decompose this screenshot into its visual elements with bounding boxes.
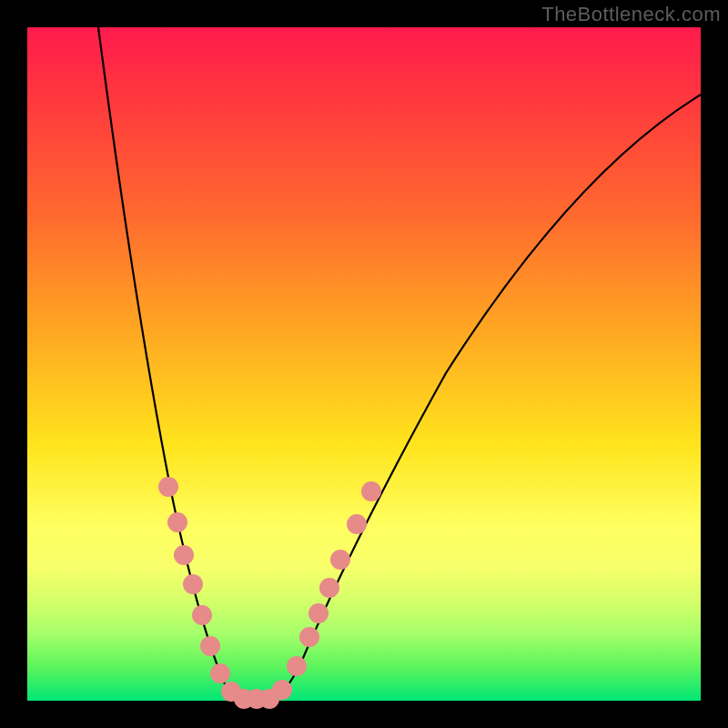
left-curve: [98, 27, 244, 701]
data-dot: [299, 627, 319, 647]
data-dot: [192, 605, 212, 625]
data-dot: [174, 545, 194, 565]
data-dot: [330, 550, 350, 570]
data-dot: [308, 603, 329, 623]
chart-frame: TheBottleneck.com: [0, 0, 728, 728]
plot-area: [27, 27, 701, 701]
right-curve: [266, 95, 701, 701]
data-dot: [361, 481, 381, 501]
data-dot: [167, 512, 187, 532]
data-dot: [347, 514, 367, 534]
data-dot: [200, 636, 220, 656]
data-dot: [183, 574, 203, 594]
data-dot: [287, 656, 307, 676]
dots-group: [158, 477, 381, 709]
curve-overlay: [27, 27, 701, 701]
watermark: TheBottleneck.com: [541, 3, 721, 26]
data-dot: [210, 663, 230, 683]
data-dot: [319, 578, 339, 598]
data-dot: [272, 680, 292, 700]
data-dot: [158, 477, 178, 497]
